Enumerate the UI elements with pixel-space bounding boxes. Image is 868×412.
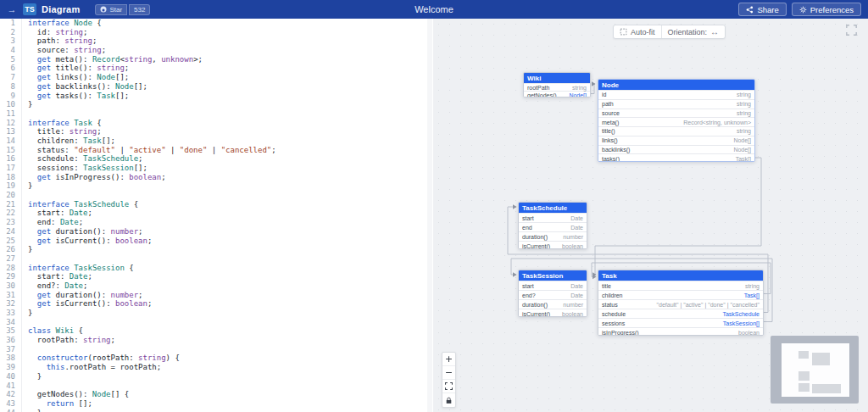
entity-tasksession[interactable]: TaskSessionstartDateend?Dateduration()nu…	[518, 270, 587, 317]
code-line[interactable]: 21interface TaskSchedule {	[0, 200, 431, 209]
code-line[interactable]: 12interface Task {	[0, 119, 431, 128]
entity-row[interactable]: pathstring	[598, 99, 754, 109]
entity-row[interactable]: scheduleTaskSchedule	[598, 309, 763, 318]
entity-row[interactable]: startDate	[519, 213, 587, 222]
code-line[interactable]: 9 get tasks(): Task[];	[0, 92, 431, 101]
minimap[interactable]	[771, 336, 859, 404]
code-line[interactable]: 27	[0, 254, 431, 264]
github-star-badge[interactable]: Star 532	[95, 4, 150, 15]
editor-scrollbar[interactable]	[427, 19, 432, 412]
code-line[interactable]: 10}	[0, 100, 431, 109]
zoom-in-button[interactable]	[442, 353, 455, 366]
code-line[interactable]: 20	[0, 191, 431, 200]
code-line[interactable]: 30 end?: Date;	[0, 281, 431, 291]
entity-row[interactable]: isCurrent()boolean	[519, 241, 587, 249]
entity-task[interactable]: TasktitlestringchildrenTask[]status"defa…	[598, 270, 764, 336]
entity-row[interactable]: backlinks()Node[]	[598, 145, 754, 154]
entity-node[interactable]: Nodeidstringpathstringsourcestringmeta()…	[598, 79, 755, 162]
code-line[interactable]: 6 get title(): string;	[0, 64, 431, 73]
entity-row[interactable]: endDate	[519, 222, 587, 231]
github-star-button[interactable]: Star	[95, 4, 127, 15]
code-line[interactable]: 14 children: Task[];	[0, 136, 431, 146]
code-line[interactable]: 25 get isCurrent(): boolean;	[0, 237, 431, 246]
code-line[interactable]: 4 source: string;	[0, 46, 431, 55]
entity-row[interactable]: title()string	[598, 126, 754, 136]
entity-row[interactable]: end?Date	[519, 290, 587, 299]
entity-row[interactable]: duration()number	[519, 299, 587, 309]
entity-row[interactable]: isInProgress()boolean	[598, 327, 763, 336]
entity-row[interactable]: sessionsTaskSession[]	[598, 318, 763, 327]
code-line[interactable]: 18 get isInProgress(): boolean;	[0, 173, 431, 182]
diagram-canvas[interactable]: Auto-fit Orientation: ↔	[433, 19, 868, 412]
code-line[interactable]: 39 this.rootPath = rootPath;	[0, 363, 431, 372]
code-line[interactable]: 38 constructor(rootPath: string) {	[0, 354, 431, 363]
code-line[interactable]: 22 start: Date;	[0, 209, 431, 218]
entity-row[interactable]: tasks()Task[]	[598, 153, 754, 162]
entity-ref-link[interactable]: TaskSession[]	[723, 320, 760, 326]
entity-row[interactable]: rootPathstring	[524, 83, 590, 91]
code-line[interactable]: 11	[0, 109, 431, 119]
code-line[interactable]: 16 schedule: TaskSchedule;	[0, 154, 431, 164]
entity-taskschedule[interactable]: TaskSchedulestartDateendDateduration()nu…	[518, 202, 587, 249]
code-line[interactable]: 1interface Node {	[0, 19, 431, 28]
code-editor[interactable]: 1interface Node {2 id: string;3 path: st…	[0, 19, 432, 412]
share-button[interactable]: Share	[738, 3, 786, 16]
code-line[interactable]: 41	[0, 381, 431, 391]
code-line[interactable]: 31 get duration(): number;	[0, 291, 431, 300]
code-line[interactable]: 8 get backlinks(): Node[];	[0, 82, 431, 92]
fullscreen-icon[interactable]	[846, 25, 857, 36]
preferences-button[interactable]: Preferences	[792, 3, 861, 16]
code-line[interactable]: 32 get isCurrent(): boolean;	[0, 299, 431, 309]
code-line[interactable]: 5 get meta(): Record<string, unknown>;	[0, 55, 431, 64]
code-line[interactable]: 17 sessions: TaskSession[];	[0, 164, 431, 173]
entity-row[interactable]: meta()Record<string, unknown>	[598, 117, 754, 126]
code-line[interactable]: 35class Wiki {	[0, 326, 431, 336]
lock-button[interactable]	[442, 393, 455, 407]
entity-title[interactable]: TaskSession	[519, 270, 587, 281]
entity-title[interactable]: TaskSchedule	[519, 203, 587, 213]
sidebar-toggle-arrow-icon[interactable]: →	[6, 4, 18, 14]
entity-title[interactable]: Wiki	[524, 73, 590, 83]
code-line[interactable]: 19}	[0, 181, 431, 191]
code-text	[22, 345, 28, 354]
entity-title[interactable]: Node	[598, 80, 754, 90]
entity-row[interactable]: startDate	[519, 281, 587, 290]
auto-fit-toggle[interactable]: Auto-fit	[614, 25, 661, 38]
code-line[interactable]: 34	[0, 318, 431, 327]
entity-row[interactable]: links()Node[]	[598, 136, 754, 145]
entity-row[interactable]: idstring	[598, 90, 754, 99]
code-line[interactable]: 40 }	[0, 372, 431, 381]
github-star-count[interactable]: 532	[129, 4, 150, 15]
entity-row[interactable]: isCurrent()boolean	[519, 309, 587, 317]
code-line[interactable]: 36 rootPath: string;	[0, 336, 431, 345]
entity-ref-link[interactable]: TaskSchedule	[722, 311, 760, 317]
entity-ref-link[interactable]: Task[]	[744, 292, 760, 298]
code-line[interactable]: 33}	[0, 309, 431, 318]
entity-row[interactable]: childrenTask[]	[598, 290, 763, 299]
code-line[interactable]: 3 path: string;	[0, 36, 431, 46]
entity-row[interactable]: status"default" | "active" | "done" | "c…	[598, 299, 763, 309]
code-line[interactable]: 28interface TaskSession {	[0, 264, 431, 273]
code-line[interactable]: 24 get duration(): number;	[0, 227, 431, 237]
code-line[interactable]: 42 getNodes(): Node[] {	[0, 390, 431, 399]
code-line[interactable]: 7 get links(): Node[];	[0, 73, 431, 82]
entity-wiki[interactable]: WikirootPathstringgetNodes()Node[]	[523, 72, 591, 97]
zoom-out-button[interactable]	[442, 366, 455, 380]
entity-row[interactable]: duration()number	[519, 231, 587, 241]
code-line[interactable]: 26}	[0, 245, 431, 254]
entity-row[interactable]: getNodes()Node[]	[524, 91, 590, 97]
orientation-toggle[interactable]: Orientation: ↔	[661, 25, 726, 38]
entity-ref-link[interactable]: Node[]	[569, 92, 587, 98]
code-line[interactable]: 29 start: Date;	[0, 272, 431, 281]
entity-title[interactable]: Task	[598, 270, 763, 281]
code-line[interactable]: 23 end: Date;	[0, 218, 431, 227]
code-line[interactable]: 13 title: string;	[0, 127, 431, 136]
entity-row[interactable]: titlestring	[598, 281, 763, 290]
code-line[interactable]: 2 id: string;	[0, 28, 431, 37]
code-line[interactable]: 44 }	[0, 409, 431, 412]
code-line[interactable]: 37	[0, 345, 431, 354]
entity-row[interactable]: sourcestring	[598, 109, 754, 118]
code-line[interactable]: 43 return [];	[0, 399, 431, 409]
code-line[interactable]: 15 status: "default" | "active" | "done"…	[0, 146, 431, 155]
fit-view-button[interactable]	[442, 380, 455, 393]
